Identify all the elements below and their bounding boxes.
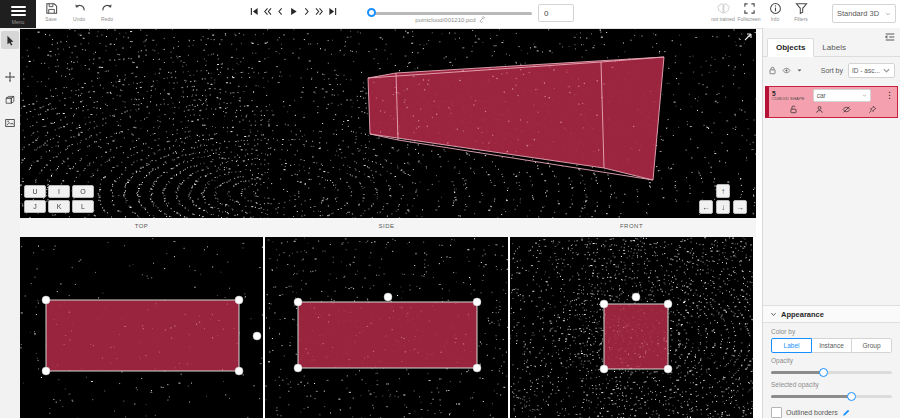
resize-handle-front[interactable] — [632, 293, 640, 301]
cuboid-projection-rect-side[interactable] — [298, 302, 477, 368]
tab-labels[interactable]: Labels — [814, 39, 854, 56]
sidebar-collapse-button[interactable] — [884, 31, 896, 43]
camera-keypad: U I O J K L — [24, 185, 94, 213]
undo-button[interactable]: Undo — [66, 2, 92, 26]
resize-handle-top[interactable] — [253, 332, 261, 340]
resize-handle-side[interactable] — [384, 293, 392, 301]
frame-number-input[interactable] — [538, 4, 574, 22]
key-o-button[interactable]: O — [72, 185, 94, 198]
color-by-group-option[interactable]: Group — [851, 338, 892, 353]
resize-handle-side[interactable] — [473, 298, 481, 306]
color-by-label-option[interactable]: Label — [771, 338, 812, 353]
main-menu-button[interactable]: Menu — [0, 0, 36, 28]
resize-handle-front[interactable] — [600, 365, 608, 373]
opacity-slider-handle[interactable] — [819, 368, 828, 377]
next-frame-icon — [301, 6, 312, 17]
redo-button[interactable]: Redo — [94, 2, 120, 26]
expand-all-caret-icon[interactable] — [796, 67, 803, 74]
key-j-button[interactable]: J — [24, 200, 46, 213]
resize-perspective-button[interactable] — [742, 31, 754, 43]
backward-jump-button[interactable] — [261, 4, 273, 19]
arrow-down-icon: ↓ — [721, 203, 725, 212]
play-button[interactable] — [287, 4, 299, 19]
resize-handle-front[interactable] — [664, 300, 672, 308]
first-frame-icon — [249, 6, 260, 17]
arrow-right-button[interactable]: → — [733, 200, 747, 214]
selected-opacity-slider[interactable] — [771, 391, 892, 401]
arrow-up-button[interactable]: ↑ — [716, 184, 730, 198]
filters-button[interactable]: Filters — [788, 2, 814, 26]
cursor-tool-button[interactable] — [1, 31, 19, 49]
move-tool-button[interactable] — [1, 68, 19, 86]
next-frame-button[interactable] — [300, 4, 312, 19]
cuboid-projection-rect-top[interactable] — [46, 300, 239, 371]
projection-label-strip: TOP SIDE FRONT — [20, 218, 756, 237]
selected-opacity-slider-track — [771, 395, 851, 398]
resize-handle-side[interactable] — [294, 364, 302, 372]
workspace-select-value: Standard 3D — [837, 9, 879, 18]
opacity-label: Opacity — [771, 357, 892, 364]
fullscreen-button[interactable]: Fullscreen — [736, 2, 762, 26]
object-label-select[interactable]: car — [813, 89, 871, 102]
annotation-tool-page: { "topbar": { "menu": "Menu", "save": "S… — [0, 0, 900, 418]
last-frame-button[interactable] — [326, 4, 338, 19]
resize-handle-top[interactable] — [42, 367, 50, 375]
color-picker-pen-icon[interactable] — [842, 409, 850, 417]
first-frame-button[interactable] — [248, 4, 260, 19]
tab-objects[interactable]: Objects — [767, 38, 814, 57]
resize-handle-front[interactable] — [600, 300, 608, 308]
cuboid-projection-rect-front[interactable] — [604, 304, 668, 369]
top-toolbar: Menu Save Undo Redo pointcloud/001210.pc… — [0, 0, 900, 29]
resize-handle-top[interactable] — [42, 296, 50, 304]
outlined-borders-label: Outlined borders — [786, 409, 838, 416]
hide-all-icon[interactable] — [782, 66, 791, 75]
opacity-slider[interactable] — [771, 367, 892, 377]
link-icon[interactable] — [478, 16, 485, 23]
arrow-down-button[interactable]: ↓ — [716, 200, 730, 214]
unlock-icon[interactable] — [789, 105, 798, 114]
info-icon — [769, 2, 782, 15]
previous-frame-icon — [275, 6, 286, 17]
object-id-block: 5 CUBOID SHAPE — [772, 90, 805, 102]
object-list-item[interactable]: 5 CUBOID SHAPE car ⋮ — [765, 86, 898, 118]
appearance-body: Color by Label Instance Group Opacity Se… — [763, 323, 900, 418]
pin-icon[interactable] — [868, 105, 877, 114]
frame-filename: pointcloud/001210.pcd — [415, 17, 475, 23]
resize-handle-top[interactable] — [235, 367, 243, 375]
move-icon — [4, 71, 16, 83]
redo-label: Redo — [101, 16, 113, 22]
save-button[interactable]: Save — [38, 2, 64, 26]
draw-cuboid-tool-button[interactable] — [1, 91, 19, 109]
arrow-left-button[interactable]: ← — [699, 200, 713, 214]
menu-label: Menu — [12, 19, 25, 25]
occluded-user-icon[interactable] — [815, 105, 824, 114]
key-l-button[interactable]: L — [72, 200, 94, 213]
info-button[interactable]: Info — [762, 2, 788, 26]
side-view-label: SIDE — [265, 223, 508, 229]
ai-tools-button[interactable]: not trained — [710, 2, 736, 26]
play-icon — [288, 6, 299, 17]
filters-label: Filters — [794, 16, 808, 22]
resize-handle-side[interactable] — [473, 364, 481, 372]
fullscreen-label: Fullscreen — [737, 16, 760, 22]
key-u-button[interactable]: U — [24, 185, 46, 198]
selected-opacity-slider-handle[interactable] — [847, 392, 856, 401]
outlined-borders-checkbox[interactable] — [771, 407, 782, 418]
previous-frame-button[interactable] — [274, 4, 286, 19]
resize-handle-top[interactable] — [235, 296, 243, 304]
lock-all-icon[interactable] — [768, 66, 777, 75]
forward-jump-button[interactable] — [313, 4, 325, 19]
sort-select[interactable]: ID - asc... — [848, 63, 895, 78]
workspace-select[interactable]: Standard 3D — [832, 4, 896, 23]
color-by-instance-option[interactable]: Instance — [811, 338, 852, 353]
appearance-header[interactable]: Appearance — [763, 305, 900, 323]
eye-hidden-icon[interactable] — [842, 105, 851, 114]
resize-handle-side[interactable] — [294, 298, 302, 306]
key-k-button[interactable]: K — [48, 200, 70, 213]
resize-handle-front[interactable] — [664, 365, 672, 373]
objects-list-header: Sort by ID - asc... — [763, 57, 900, 83]
photo-context-tool-button[interactable] — [1, 114, 19, 132]
object-actions-menu-button[interactable]: ⋮ — [885, 91, 894, 100]
key-i-button[interactable]: I — [48, 185, 70, 198]
filename-row: pointcloud/001210.pcd — [375, 16, 525, 23]
